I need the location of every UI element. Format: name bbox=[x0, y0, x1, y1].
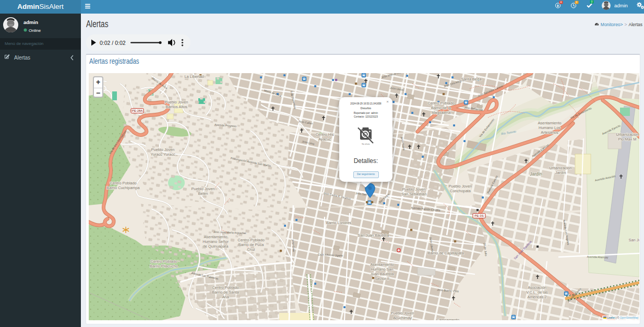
svg-text:Urbanización: Urbanización bbox=[549, 166, 571, 170]
svg-text:Jardín: Jardín bbox=[555, 170, 566, 175]
svg-text:Cruz: Cruz bbox=[247, 247, 255, 252]
svg-text:Pio Max M: Pio Max M bbox=[618, 137, 637, 142]
svg-text:Pueblo Joven: Pueblo Joven bbox=[391, 311, 414, 316]
svg-text:Pueblo Joven: Pueblo Joven bbox=[402, 187, 426, 192]
svg-text:Pueblo Joven: Pueblo Joven bbox=[192, 186, 215, 191]
svg-text:Centro Poblado: Centro Poblado bbox=[212, 285, 238, 290]
svg-text:Artesanos: Artesanos bbox=[541, 130, 558, 135]
svg-text:Barrio de la: Barrio de la bbox=[431, 106, 451, 110]
svg-text:V.C.L. de las: V.C.L. de las bbox=[526, 290, 548, 295]
svg-text:Centro Poblado: Centro Poblado bbox=[110, 181, 136, 185]
svg-text:Humano Los: Humano Los bbox=[539, 125, 560, 130]
svg-text:Barrio Pilacucho: Barrio Pilacucho bbox=[150, 264, 178, 268]
svg-text:Asentamiento: Asentamiento bbox=[204, 235, 227, 239]
svg-text:0: 0 bbox=[591, 0, 593, 3]
svg-text:PE-28A: PE-28A bbox=[132, 109, 143, 112]
svg-text:Humano San: Humano San bbox=[371, 267, 393, 272]
svg-text:Urbanización: Urbanización bbox=[616, 132, 638, 137]
svg-text:Belén: Belén bbox=[198, 191, 208, 196]
svg-text:Barrio de Capillapata: Barrio de Capillapata bbox=[427, 251, 464, 255]
svg-text:Asociación: Asociación bbox=[528, 285, 546, 290]
svg-text:San Sebastián: San Sebastián bbox=[401, 192, 426, 196]
svg-text:Centro Poblado: Centro Poblado bbox=[150, 259, 177, 264]
svg-text:La Libertad: La Libertad bbox=[185, 74, 204, 79]
svg-text:San Juan Bautista: San Juan Bautista bbox=[357, 233, 389, 238]
svg-text:Pueblo Joven: Pueblo Joven bbox=[449, 184, 472, 189]
svg-text:Centro His: Centro His bbox=[316, 132, 334, 137]
svg-text:Sector II: Sector II bbox=[375, 276, 389, 281]
svg-text:admin: admin bbox=[614, 3, 628, 8]
svg-text:No photo: No photo bbox=[362, 143, 369, 145]
svg-text:PE-3S: PE-3S bbox=[474, 214, 483, 217]
svg-text:Américas 2: Américas 2 bbox=[528, 295, 547, 299]
svg-text:admin: admin bbox=[23, 19, 38, 25]
svg-text:Magdalena: Magdalena bbox=[432, 110, 451, 115]
svg-text:de Quinuapata: de Quinuapata bbox=[203, 244, 229, 249]
svg-text:Centro Poblado: Centro Poblado bbox=[427, 101, 454, 106]
svg-text:Asentamiento: Asentamiento bbox=[370, 262, 393, 267]
svg-text:Online: Online bbox=[29, 28, 41, 33]
svg-text:Humano Señor: Humano Señor bbox=[202, 239, 229, 244]
svg-text:Campamento: Campamento bbox=[436, 318, 459, 320]
svg-text:Yuracc Yuracc: Yuracc Yuracc bbox=[150, 152, 175, 157]
svg-text:Barrio Cuchipampa: Barrio Cuchipampa bbox=[106, 185, 140, 190]
svg-text:San Ju: San Ju bbox=[628, 238, 639, 242]
svg-text:Alertas: Alertas bbox=[14, 55, 30, 61]
svg-text:4: 4 bbox=[560, 1, 562, 4]
svg-text:0:02 / 0:02: 0:02 / 0:02 bbox=[100, 40, 126, 46]
svg-text:Conchopata: Conchopata bbox=[450, 189, 471, 193]
svg-text:Centro Poblado: Centro Poblado bbox=[237, 238, 264, 242]
svg-text:Barrio de Puca: Barrio de Puca bbox=[238, 242, 265, 247]
svg-text:Ayacuc: Ayacuc bbox=[318, 137, 331, 142]
svg-text:Barrios Altos: Barrios Altos bbox=[165, 104, 187, 109]
svg-text:0: 0 bbox=[576, 1, 578, 4]
svg-text:Barrio Londres: Barrio Londres bbox=[326, 220, 352, 225]
svg-text:Santa Berta: Santa Berta bbox=[461, 77, 482, 81]
svg-text:Ana: Ana bbox=[222, 295, 229, 299]
svg-text:Acuchimay: Acuchimay bbox=[393, 316, 412, 320]
svg-text:Asentamiento: Asentamiento bbox=[538, 121, 561, 125]
svg-text:Pueblo Joven: Pueblo Joven bbox=[165, 100, 188, 104]
svg-text:Juan Bautista: Juan Bautista bbox=[371, 272, 395, 276]
svg-text:Jardín: Jardín bbox=[530, 171, 542, 177]
svg-text:Pueblo Joven: Pueblo Joven bbox=[151, 147, 175, 152]
svg-text:Barrio de Santa: Barrio de Santa bbox=[212, 290, 239, 295]
